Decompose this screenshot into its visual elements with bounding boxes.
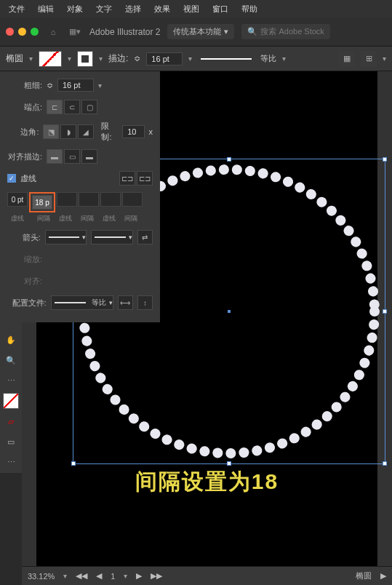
dash-input-0[interactable] xyxy=(7,192,28,207)
sel-handle-mr[interactable] xyxy=(383,309,387,314)
align-center-button[interactable]: ▬ xyxy=(47,149,63,164)
stroke-label: 描边: xyxy=(108,52,128,65)
arrow-start-select[interactable]: ▾ xyxy=(45,230,87,244)
zoom-level[interactable]: 33.12% xyxy=(28,572,55,581)
cap-butt-button[interactable]: ⊏ xyxy=(47,100,63,114)
cap-round-button[interactable]: ⊂ xyxy=(64,100,80,114)
menu-bar: 文件 编辑 对象 文字 选择 效果 视图 窗口 帮助 xyxy=(0,0,392,17)
nav-prev-icon[interactable]: ◀◀ xyxy=(76,571,87,581)
caption: 间隔设置为18 xyxy=(135,467,279,497)
dash-align-button-2[interactable]: ⊏⊐ xyxy=(137,171,153,186)
header-bar: ⌂ ▦▾ Adobe Illustrator 2 传统基本功能▾ 🔍搜索 Ado… xyxy=(0,17,392,47)
dash-checkbox-label: 虚线 xyxy=(20,173,36,184)
more-tools-icon[interactable]: ⋯ xyxy=(1,371,21,390)
chevron-down-icon[interactable]: ▾ xyxy=(29,55,33,63)
chevron-down-icon[interactable]: ▾ xyxy=(383,55,386,63)
corner-bevel-button[interactable]: ◢ xyxy=(78,124,94,139)
swap-arrow-button[interactable]: ⇄ xyxy=(137,230,153,244)
dash-label-4: 虚线 xyxy=(99,214,119,223)
weight-stepper-icon[interactable]: ≎ xyxy=(47,81,53,90)
dash-input-2[interactable] xyxy=(57,192,77,207)
color-mode-icon[interactable]: ▱ xyxy=(1,412,21,431)
chevron-down-icon[interactable]: ▾ xyxy=(99,55,103,63)
window-controls xyxy=(6,28,39,36)
menu-help[interactable]: 帮助 xyxy=(236,4,263,15)
center-point[interactable] xyxy=(228,310,231,313)
dash-highlight xyxy=(29,192,55,212)
menu-object[interactable]: 对象 xyxy=(61,4,89,15)
stroke-stepper-icon[interactable]: ≎ xyxy=(134,54,140,63)
weight-input[interactable]: 16 pt xyxy=(57,79,94,92)
minimize-button[interactable] xyxy=(18,28,26,36)
arrow-label: 箭头: xyxy=(7,232,41,243)
chevron-down-icon[interactable]: ▾ xyxy=(98,81,102,89)
brush-profile[interactable] xyxy=(201,58,252,60)
sel-handle-mb[interactable] xyxy=(227,461,231,466)
menu-window[interactable]: 窗口 xyxy=(207,4,234,15)
workspace-preset[interactable]: 传统基本功能▾ xyxy=(167,24,234,39)
page-number[interactable]: 1 xyxy=(111,572,115,581)
nav-prev-one-icon[interactable]: ◀ xyxy=(96,571,102,581)
fill-swatch[interactable] xyxy=(39,51,62,67)
arrow-end-select[interactable]: ▾ xyxy=(91,230,132,244)
limit-suffix: x xyxy=(149,127,153,136)
zoom-tool-icon[interactable]: 🔍 xyxy=(1,351,21,370)
chevron-down-icon[interactable]: ▾ xyxy=(63,572,67,580)
layer-name[interactable]: 椭圆 xyxy=(356,570,372,581)
chevron-down-icon[interactable]: ▾ xyxy=(68,55,71,63)
dash-input-1[interactable] xyxy=(32,195,52,210)
limit-input[interactable]: 10 xyxy=(122,125,144,138)
nav-next-icon[interactable]: ▶▶ xyxy=(151,571,162,581)
profile-select[interactable]: 等比▾ xyxy=(51,295,113,310)
profile-label: 等比 xyxy=(260,53,276,64)
menu-view[interactable]: 视图 xyxy=(177,4,205,15)
dash-label-2: 虚线 xyxy=(55,214,76,223)
menu-file[interactable]: 文件 xyxy=(3,4,31,15)
dash-align-button-1[interactable]: ⊏⊐ xyxy=(119,171,135,186)
home-icon[interactable]: ⌂ xyxy=(46,25,60,39)
fill-stroke-swatch[interactable] xyxy=(3,393,19,409)
dash-input-4[interactable] xyxy=(100,192,121,207)
menu-text[interactable]: 文字 xyxy=(90,4,118,15)
stroke-weight-input[interactable]: 16 pt xyxy=(146,52,183,65)
dash-label-1: 间隔 xyxy=(33,214,54,223)
maximize-button[interactable] xyxy=(31,28,39,36)
dash-input-3[interactable] xyxy=(79,192,99,207)
align-outside-button[interactable]: ▬ xyxy=(81,149,97,164)
control-bar: 椭圆 ▾ ▾ ▾ 描边: ≎ 16 pt ▾ 等比 ▾ ▦ ⊞ ▾ xyxy=(0,47,392,71)
nav-next-one-icon[interactable]: ▶ xyxy=(136,571,142,581)
corner-miter-button[interactable]: ⬔ xyxy=(43,124,59,139)
hand-tool-icon[interactable]: ✋ xyxy=(1,330,21,349)
sel-handle-br[interactable] xyxy=(383,461,387,466)
screen-mode-icon[interactable]: ▭ xyxy=(1,432,21,451)
dash-checkbox[interactable]: ✓ xyxy=(7,174,16,183)
align-inside-button[interactable]: ▭ xyxy=(64,149,80,164)
dash-input-5[interactable] xyxy=(122,192,143,207)
corner-round-button[interactable]: ◗ xyxy=(60,124,76,139)
menu-edit[interactable]: 编辑 xyxy=(32,4,60,15)
chevron-down-icon[interactable]: ▾ xyxy=(282,55,286,63)
close-button[interactable] xyxy=(6,28,14,36)
sel-handle-mt[interactable] xyxy=(227,157,231,162)
workspace-preset-label: 传统基本功能 xyxy=(173,26,221,37)
dash-label-5: 间隔 xyxy=(121,214,141,223)
flip-x-button[interactable]: ⟷ xyxy=(118,295,133,310)
cap-square-button[interactable]: ▢ xyxy=(81,100,97,114)
align-stroke-label: 对齐描边: xyxy=(7,151,42,162)
stroke-swatch[interactable] xyxy=(77,51,93,67)
layout-icon[interactable]: ▦▾ xyxy=(68,25,82,39)
app-title: Adobe Illustrator 2 xyxy=(89,27,160,37)
sel-handle-bl[interactable] xyxy=(71,461,76,466)
nav-right-icon[interactable]: ▶ xyxy=(380,571,386,581)
align-icon[interactable]: ▦ xyxy=(339,51,355,67)
edit-toolbar-icon[interactable]: ⋯ xyxy=(1,453,21,471)
sel-handle-tr[interactable] xyxy=(383,157,387,162)
search-input[interactable]: 🔍搜索 Adobe Stock xyxy=(241,24,329,39)
transform-icon[interactable]: ⊞ xyxy=(361,51,377,67)
chevron-down-icon[interactable]: ▾ xyxy=(124,572,127,580)
menu-select[interactable]: 选择 xyxy=(119,4,147,15)
flip-y-button[interactable]: ↕ xyxy=(137,295,153,310)
limit-label: 限制: xyxy=(101,121,118,143)
menu-effect[interactable]: 效果 xyxy=(148,4,176,15)
chevron-down-icon[interactable]: ▾ xyxy=(188,55,192,63)
